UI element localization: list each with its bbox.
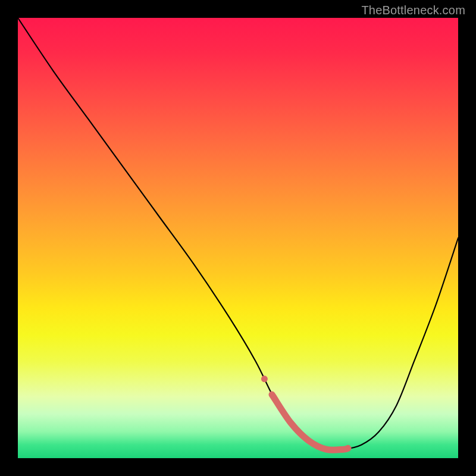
- watermark-text: TheBottleneck.com: [361, 4, 465, 17]
- curve-layer: [18, 18, 458, 458]
- chart-container: TheBottleneck.com: [0, 0, 476, 476]
- highlight-dot: [261, 375, 268, 382]
- bottleneck-curve: [18, 18, 458, 450]
- highlight-segment: [272, 394, 348, 450]
- plot-area: [18, 18, 458, 458]
